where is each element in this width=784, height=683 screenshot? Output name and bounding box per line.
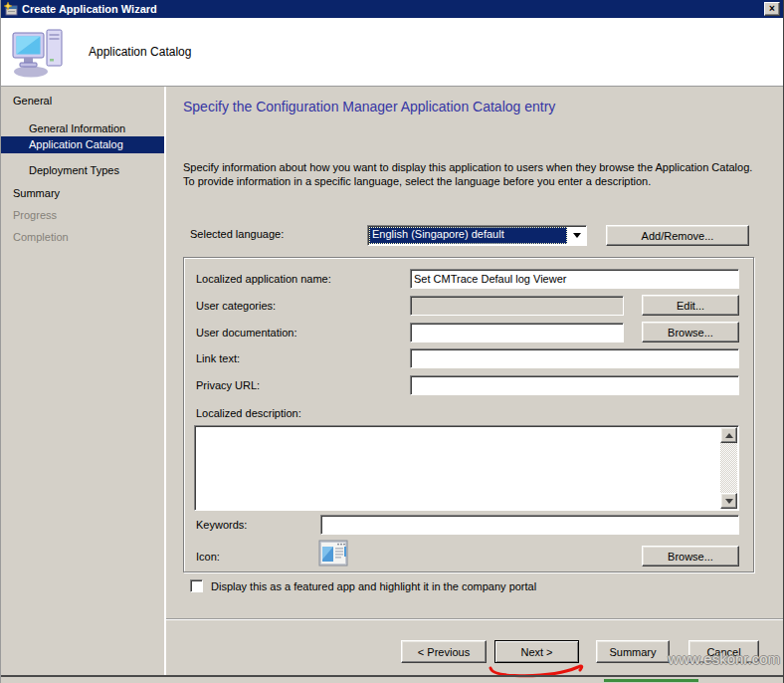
language-selected-value: English (Singapore) default <box>369 227 567 244</box>
selected-language-label: Selected language: <box>190 228 284 240</box>
localized-description-box <box>194 425 739 511</box>
browse-icon-button[interactable]: Browse... <box>642 546 739 567</box>
link-text-label: Link text: <box>196 352 240 364</box>
localized-description-input[interactable] <box>196 427 720 509</box>
sidebar-item-deployment-types[interactable]: Deployment Types <box>29 164 119 176</box>
add-remove-button[interactable]: Add/Remove... <box>606 225 749 246</box>
wizard-page-content: Specify the Configuration Manager Applic… <box>166 87 784 675</box>
red-underline-annotation <box>487 662 590 680</box>
sidebar: General General Information Application … <box>1 87 164 675</box>
wizard-window-icon <box>4 2 18 16</box>
computer-icon <box>11 25 67 79</box>
page-description-line1: Specify information about how you want t… <box>183 160 780 174</box>
featured-app-checkbox[interactable] <box>190 579 203 592</box>
user-categories-label: User categories: <box>196 300 276 312</box>
user-documentation-label: User documentation: <box>196 327 297 339</box>
user-documentation-input[interactable] <box>410 323 624 342</box>
privacy-url-input[interactable] <box>410 375 739 395</box>
wizard-header: Application Catalog <box>1 18 783 87</box>
window-title: Create Application Wizard <box>22 3 764 15</box>
titlebar: Create Application Wizard × <box>1 0 783 18</box>
wizard-page-name: Application Catalog <box>89 45 191 59</box>
chevron-down-icon[interactable] <box>568 227 585 244</box>
edit-categories-button[interactable]: Edit... <box>642 295 739 316</box>
sidebar-item-general[interactable]: General <box>13 95 52 107</box>
featured-app-row: Display this as a featured app and highl… <box>190 579 536 592</box>
close-button[interactable]: × <box>764 2 780 16</box>
scrollbar-down-icon[interactable] <box>720 493 737 509</box>
previous-button[interactable]: < Previous <box>401 640 487 663</box>
localized-description-label: Localized description: <box>196 407 301 419</box>
create-application-wizard-window: Create Application Wizard × Application … <box>0 0 784 683</box>
localized-app-name-label: Localized application name: <box>196 273 331 285</box>
keywords-input[interactable] <box>320 515 739 535</box>
scrollbar-up-icon[interactable] <box>720 427 737 443</box>
sidebar-item-progress: Progress <box>13 209 57 221</box>
sidebar-item-application-catalog[interactable]: Application Catalog <box>1 136 164 153</box>
featured-app-label: Display this as a featured app and highl… <box>211 580 536 592</box>
browse-documentation-button[interactable]: Browse... <box>642 322 739 342</box>
application-icon <box>318 540 348 569</box>
close-icon: × <box>769 4 775 14</box>
watermark-text: www.eskonr.com <box>668 650 780 667</box>
catalog-entry-groupbox: Localized application name: User categor… <box>183 257 754 572</box>
keywords-label: Keywords: <box>196 519 247 531</box>
user-categories-input <box>410 296 624 316</box>
language-select[interactable]: English (Singapore) default <box>367 225 587 246</box>
icon-label: Icon: <box>196 551 220 563</box>
window-bottom-border <box>1 675 783 677</box>
page-title: Specify the Configuration Manager Applic… <box>183 99 770 114</box>
privacy-url-label: Privacy URL: <box>196 379 260 391</box>
watermark-underline <box>604 679 698 682</box>
description-scrollbar[interactable] <box>720 427 737 509</box>
summary-button[interactable]: Summary <box>596 640 670 663</box>
localized-app-name-input[interactable] <box>410 269 739 289</box>
sidebar-item-summary[interactable]: Summary <box>13 187 60 199</box>
sidebar-item-completion: Completion <box>13 231 69 243</box>
page-description: Specify information about how you want t… <box>183 160 780 188</box>
sidebar-item-general-information[interactable]: General Information <box>29 122 125 134</box>
link-text-input[interactable] <box>410 348 739 368</box>
page-description-line2: To provide information in a specific lan… <box>183 174 780 188</box>
next-button[interactable]: Next > <box>494 640 579 663</box>
